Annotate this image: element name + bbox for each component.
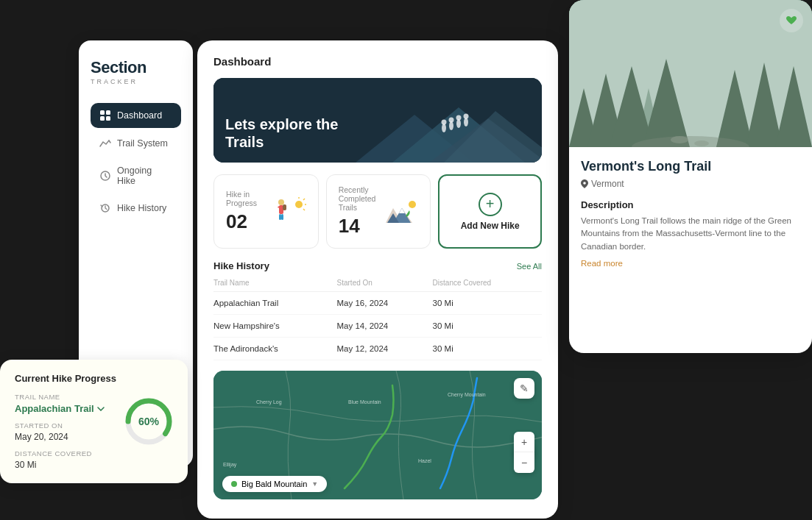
sidebar-item-ongoing-hike[interactable]: Ongoing Hike [91,159,181,193]
hero-banner: Lets explore the Trails [213,78,542,163]
add-new-hike-card[interactable]: + Add New Hike [438,174,542,249]
svg-point-59 [671,136,688,143]
trail-name: Vermont's Long Trail [581,159,800,174]
sidebar-item-hike-history[interactable]: Hike History [91,196,181,221]
add-icon: + [479,193,502,216]
ongoing-nav-label: Ongoing Hike [117,165,172,186]
map-area: Cherry Log Blue Mountain Cherry Mountain… [213,371,542,499]
map-chevron-icon: ▼ [311,480,318,488]
sidebar-item-dashboard[interactable]: Dashboard [91,103,181,128]
dashboard-nav-label: Dashboard [117,110,162,121]
dashboard-title: Dashboard [213,55,542,68]
svg-rect-3 [106,116,110,121]
svg-point-34 [409,201,416,208]
zoom-out-button[interactable]: − [514,452,534,473]
trail-dropdown-icon[interactable] [97,407,105,411]
svg-point-60 [694,140,709,146]
hero-line1: Lets explore the Trails [225,115,338,151]
hiker-icon-area [271,197,306,227]
svg-text:Ellijay: Ellijay [223,462,237,468]
table-row: New Hampshire'sMay 14, 202430 Mi [213,315,542,338]
trail-nav-label: Trail System [117,138,168,149]
svg-rect-1 [106,110,110,115]
trail-location-text: Vermont [591,179,624,189]
trail-icon [99,138,111,149]
distance-covered-label: Distance Covered [15,449,173,457]
table-row: The Adirondack'sMay 12, 202430 Mi [213,338,542,360]
svg-line-29 [303,209,305,210]
map-dot [231,481,237,487]
current-hike-progress-card: Current Hike Progress Trail Name Appalac… [0,360,188,483]
svg-rect-22 [279,214,281,220]
svg-point-18 [278,199,284,205]
hike-history-section: Hike History See All Trail Name Started … [213,260,542,360]
svg-text:Cherry Mountain: Cherry Mountain [448,392,486,398]
hike-in-progress-card: Hike in Progress 02 [213,174,319,249]
app-name: Section [91,58,181,77]
app-subtitle: TRACKER [91,78,181,85]
mountain-icon-area [383,197,418,227]
svg-rect-2 [100,116,105,121]
trail-description-text: Vermont's Long Trail follows the main ri… [581,215,800,253]
progress-distance-value: 30 Mi [15,460,173,470]
read-more-link[interactable]: Read more [581,259,800,268]
zoom-in-button[interactable]: + [514,432,534,452]
progress-donut-chart: 60% [123,396,174,447]
location-pin-icon [581,179,588,188]
map-location-badge[interactable]: Big Bald Mountain ▼ [222,476,327,492]
svg-point-11 [449,121,453,130]
svg-point-61 [583,182,586,185]
col-distance: Distance Covered [433,279,542,292]
col-trail-name: Trail Name [213,279,337,292]
svg-point-10 [442,124,446,132]
svg-rect-24 [283,204,286,210]
table-row: Appalachian TrailMay 16, 202430 Mi [213,292,542,315]
app-logo: Section TRACKER [91,58,181,85]
svg-point-16 [456,115,462,121]
trail-description-title: Description [581,199,800,210]
map-zoom-controls: ✎ [514,378,534,399]
recently-completed-value: 14 [339,215,384,238]
svg-point-13 [464,118,468,127]
svg-text:Cherry Log: Cherry Log [256,399,282,405]
trail-detail-card: Vermont's Long Trail Vermont Description… [569,0,812,353]
svg-point-15 [449,118,454,123]
col-started-on: Started On [337,279,433,292]
svg-rect-23 [281,214,283,220]
stats-row: Hike in Progress 02 [213,174,542,249]
main-dashboard-card: Dashboard [197,40,558,519]
dashboard-icon [99,110,111,121]
history-icon [99,202,111,214]
recently-completed-label: Recently Completed Trails [339,185,384,212]
history-table: Trail Name Started On Distance Covered A… [213,279,542,360]
hike-progress-label: Hike in Progress [226,190,271,207]
svg-line-27 [303,199,305,200]
history-nav-label: Hike History [117,203,166,213]
history-header: Hike History See All [213,260,542,271]
svg-point-25 [295,201,303,208]
map-badge-label: Big Bald Mountain [241,480,307,488]
favorite-button[interactable] [780,9,803,32]
hike-progress-value: 02 [226,210,271,233]
svg-point-17 [464,114,469,119]
trail-info: Vermont's Long Trail Vermont Description… [569,147,812,279]
svg-marker-33 [399,208,405,213]
see-all-link[interactable]: See All [517,262,542,271]
recently-completed-card: Recently Completed Trails 14 [326,174,431,249]
hero-text: Lets explore the Trails [225,115,338,151]
sidebar-item-trail-system[interactable]: Trail System [91,131,181,156]
trail-location: Vermont [581,179,800,189]
progress-card-title: Current Hike Progress [15,373,173,384]
trail-photo [569,0,812,147]
svg-point-14 [442,120,447,125]
svg-text:Blue Mountain: Blue Mountain [348,399,381,405]
ongoing-icon [99,170,111,182]
progress-circle-area: 60% [123,396,174,447]
svg-rect-57 [569,0,812,147]
svg-text:Hazel: Hazel [418,458,431,463]
progress-percent-text: 60% [138,416,159,427]
map-edit-icon[interactable]: ✎ [514,378,534,399]
history-title: Hike History [213,260,269,271]
svg-rect-0 [100,110,105,115]
svg-point-12 [456,119,461,128]
